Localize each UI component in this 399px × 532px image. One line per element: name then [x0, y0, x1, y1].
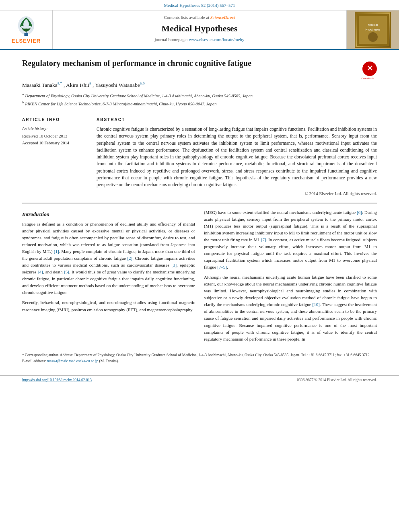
cite-7[interactable]: [7]	[261, 237, 266, 242]
contents-line: Contents lists available at ScienceDirec…	[61, 14, 338, 21]
cite-3[interactable]: [3]	[171, 263, 177, 267]
right-p1: (MEG) have to some extent clarified the …	[204, 209, 377, 271]
svg-text:Medical: Medical	[368, 23, 378, 26]
authors-line: Masaaki Tanakaa,* , Akira Ishiia , Yasuy…	[22, 80, 377, 89]
article-history-label: Article history:	[22, 126, 88, 132]
email-label: E-mail address:	[22, 359, 47, 363]
crossmark-icon[interactable]: ✕	[362, 62, 377, 76]
journal-title: Medical Hypotheses	[61, 23, 338, 35]
article-title: Regulatory mechanism of performance in c…	[22, 58, 354, 68]
abstract-col: ABSTRACT Chronic cognitive fatigue is ch…	[97, 117, 377, 197]
svg-text:Hypotheses: Hypotheses	[366, 28, 380, 31]
cite-2[interactable]: [2]	[127, 256, 132, 261]
cite-5[interactable]: [5]	[64, 269, 69, 274]
top-bar: Medical Hypotheses 82 (2014) 567–571	[0, 0, 399, 10]
homepage-url[interactable]: www.elsevier.com/locate/mehy	[189, 37, 244, 42]
info-abstract-section: ARTICLE INFO Article history: Received 1…	[22, 117, 377, 197]
affil-sup-b: b	[22, 100, 24, 104]
title-row: Regulatory mechanism of performance in c…	[22, 58, 377, 81]
contents-label: Contents lists available at	[164, 15, 210, 20]
cover-image: Medical Hypotheses	[355, 12, 391, 48]
affil-a-text: Department of Physiology, Osaka City Uni…	[25, 93, 253, 98]
body-col-left: Introduction Fatigue is defined as a con…	[22, 209, 195, 346]
body-two-col: Introduction Fatigue is defined as a con…	[22, 209, 377, 346]
article-footer: * Corresponding author. Address: Departm…	[22, 350, 377, 364]
journal-header: ELSEVIER Contents lists available at Sci…	[0, 10, 399, 49]
author-akira-sup: a	[89, 81, 91, 85]
cite-10[interactable]: [10]	[313, 302, 320, 307]
author-yasu: , Yasuyoshi Watanabe	[93, 82, 140, 88]
divider-2	[22, 203, 377, 203]
elsevier-logo-area: ELSEVIER	[0, 10, 52, 49]
affil-b-text: RIKEN Center for Life Science Technologi…	[25, 101, 216, 106]
author-masaaki-sup: a,*	[58, 81, 62, 85]
elsevier-tree-icon	[12, 14, 40, 37]
email-line: E-mail address: masa-t@msic.med.osaka-cu…	[22, 359, 377, 364]
cite-1[interactable]: [1]	[54, 249, 59, 254]
sciencedirect-link[interactable]: ScienceDirect	[210, 15, 235, 20]
author-akira: , Akira Ishii	[64, 82, 89, 88]
cover-svg: Medical Hypotheses	[357, 14, 389, 46]
article-info-header: ARTICLE INFO	[22, 117, 88, 123]
issn-text: 0306-9877/© 2014 Elsevier Ltd. All right…	[297, 378, 377, 383]
accepted-date: Accepted 10 February 2014	[22, 140, 88, 146]
journal-homepage: journal homepage: www.elsevier.com/locat…	[61, 37, 338, 43]
article-content: Regulatory mechanism of performance in c…	[0, 50, 399, 372]
footnote-star: *	[22, 353, 25, 357]
email-suffix: (M. Tanaka).	[99, 359, 119, 363]
homepage-label: journal homepage:	[155, 37, 189, 42]
intro-p2: Recently, behavioral, neurophysiological…	[22, 299, 195, 313]
intro-p1: Fatigue is defined as a condition or phe…	[22, 221, 195, 296]
abstract-header: ABSTRACT	[97, 117, 377, 123]
intro-heading: Introduction	[22, 211, 195, 218]
affiliation-a: a Department of Physiology, Osaka City U…	[22, 92, 377, 99]
affil-sup-a: a	[22, 92, 24, 96]
crossmark-label: CrossMark	[361, 77, 374, 81]
author-masaaki: Masaaki Tanaka	[22, 82, 58, 88]
page-wrapper: Medical Hypotheses 82 (2014) 567–571 ELS…	[0, 0, 399, 385]
cite-7-9[interactable]: [7–9]	[217, 265, 227, 269]
journal-cover: Medical Hypotheses	[347, 10, 399, 49]
footnote-line: * Corresponding author. Address: Departm…	[22, 353, 377, 358]
article-info-col: ARTICLE INFO Article history: Received 1…	[22, 117, 88, 197]
page-bottom-bar: http://dx.doi.org/10.1016/j.mehy.2014.02…	[0, 375, 399, 385]
copyright-line: © 2014 Elsevier Ltd. All rights reserved…	[97, 191, 377, 197]
abstract-text: Chronic cognitive fatigue is characteriz…	[97, 126, 377, 188]
svg-point-7	[368, 32, 378, 42]
author-yasu-sup: a,b	[140, 81, 145, 85]
right-p2: Although the neural mechanisms underlyin…	[204, 274, 377, 342]
crossmark-symbol: ✕	[367, 64, 373, 74]
received-date: Received 10 October 2013	[22, 134, 88, 140]
elsevier-logo: ELSEVIER	[12, 14, 41, 45]
crossmark-container: ✕ CrossMark	[358, 60, 377, 81]
body-col-right: (MEG) have to some extent clarified the …	[204, 209, 377, 346]
journal-header-center: Contents lists available at ScienceDirec…	[52, 10, 347, 49]
email-link[interactable]: masa-t@msic.med.osaka-cu.ac.jp	[47, 359, 98, 363]
journal-citation: Medical Hypotheses 82 (2014) 567–571	[164, 3, 235, 8]
cite-6[interactable]: [6]	[357, 210, 362, 215]
cite-4[interactable]: [4]	[38, 269, 43, 274]
doi-link[interactable]: http://dx.doi.org/10.1016/j.mehy.2014.02…	[22, 378, 92, 383]
elsevier-wordmark: ELSEVIER	[12, 37, 41, 45]
footnote-text: Corresponding author. Address: Departmen…	[25, 353, 370, 357]
divider-1	[22, 112, 377, 112]
affiliation-b: b RIKEN Center for Life Science Technolo…	[22, 100, 377, 107]
